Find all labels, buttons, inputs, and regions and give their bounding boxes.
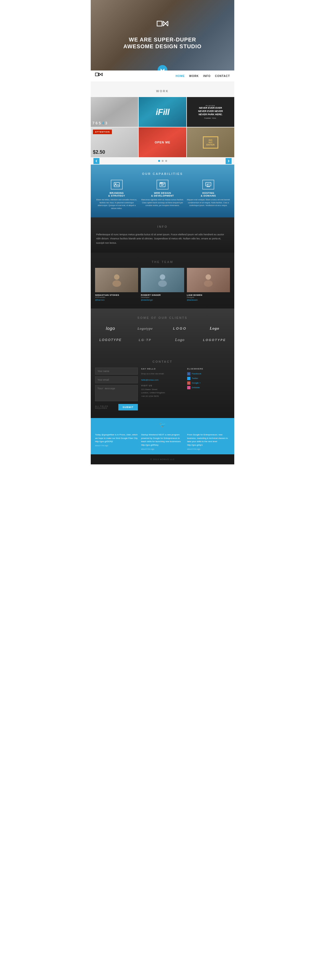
visit-title: VISIT US [141,384,184,387]
clients-grid: logo Logotype LOGO Logo LOGOTYPE LG·TP L… [91,324,234,345]
name-input[interactable] [95,368,138,375]
cap-branding-desc: Etiam nisl tellus, interdum sed convalli… [95,199,138,210]
team-member-3: LIAM BOWEN Designer @liambowen [187,268,230,301]
hero-content: WE ARE SUPER-DUPER AWESOME DESIGN STUDIO [124,21,202,50]
member-twitter-1[interactable]: @tharrmen [95,299,138,301]
person-silhouette [203,273,214,287]
tweet-time-2: about 6 hrs ago [141,448,184,450]
facebook-icon: f [187,372,190,375]
work-item-open[interactable]: OPEN ME [139,127,186,157]
tweet-3: From Google for Entrepreneurs: new busin… [187,433,230,450]
person-silhouette [111,273,122,287]
monitor-icon [205,182,211,187]
client-logo-2: Logotype [128,324,162,333]
nav-home[interactable]: HOME [176,75,185,78]
image-icon [114,182,120,187]
footer-text: © 2013 NONUS LLC [150,458,175,461]
team-member-1: SEBASTIAN STOKES XD/Founder @tharrmen [95,268,138,301]
tweet-text-2: Startup Weekend NEXT: a new program powe… [141,433,184,447]
email-input[interactable] [95,376,138,383]
say-hello-title: SAY HELLO [141,368,184,370]
say-hello-column: SAY HELLO Drop us a line via email: hell… [141,368,184,410]
client-name-4: Logo [209,326,219,331]
visit-address: 221 Baker StreetLondon, United Kingdom+4… [141,388,184,398]
submit-button[interactable]: SUBMIT [118,404,138,410]
clients-title: SOME OF OUR CLIENTS [91,309,234,324]
work-item-attention[interactable]: ATTENTION $2.50 [91,127,138,157]
googleplus-link[interactable]: g Google + [187,382,230,385]
form-footer: ALL FIELDS REQUIRED SUBMIT [95,404,138,410]
contact-title: CONTACT [91,352,234,368]
svg-rect-10 [114,183,119,187]
hero-section: WE ARE SUPER-DUPER AWESOME DESIGN STUDIO [91,0,234,70]
capabilities-section: OUR CAPABILITIES BRANDING& STRATEGY Etia… [91,165,234,217]
member-twitter-3[interactable]: @liambowen [187,299,230,301]
work-item-sign[interactable]: PLEASE NEVER EVER EVERNEVER EVER NEVERNE… [187,97,234,127]
twitter-bird-icon: 🐦 [159,421,166,428]
hero-title: WE ARE SUPER-DUPER AWESOME DESIGN STUDIO [124,36,202,50]
slider-dot-2[interactable] [162,160,163,162]
slider-controls [91,157,234,165]
sign-text: NEVER EVER EVERNEVER EVER NEVERNEVER PAR… [198,107,223,116]
client-name-6: LG·TP [139,338,151,342]
member-twitter-2[interactable]: @robertsinger [141,299,184,301]
sign-thankyou: THANK YOU. [204,118,217,119]
member-role-1: XD/Founder [95,296,138,298]
svg-point-16 [162,183,163,183]
sign-overlay: PLEASE NEVER EVER EVERNEVER EVER NEVERNE… [187,97,234,127]
tweet-1: Today @googlefiber is in Provo, Utah, wh… [95,433,138,450]
tweet-text-3: From Google for Entrepreneurs: new busin… [187,433,230,447]
dribbble-link[interactable]: ● Dribbble [187,386,230,389]
chevron-down-icon [160,68,165,70]
elsewhere-title: ELSEWHERE [187,368,230,370]
slider-dot-1[interactable] [158,160,160,162]
info-title: INFO [96,217,229,232]
nav-work[interactable]: WORK [189,75,199,78]
dribbble-icon: ● [187,386,190,389]
work-section: WORK 7 6 5 4 3 iFill PLEASE NEVER EVER E… [91,82,234,165]
cap-hosting-desc: Aliquam erat volutpat. Etiam ut arcu vel… [187,199,230,207]
message-input[interactable] [95,385,138,401]
navigation: HOME WORK INFO CONTACT [91,70,234,82]
tweet-time-3: about 8 hrs ago [187,448,230,450]
twitter-icon: ✦ [187,377,190,380]
work-item-graffiti[interactable]: iFill [139,97,186,127]
capabilities-title: OUR CAPABILITIES [91,165,234,180]
browser-icon [160,182,165,187]
team-photo-sebastian [95,268,138,292]
work-item-numbers[interactable]: 7 6 5 4 3 [91,97,138,127]
slider-prev-button[interactable] [94,158,99,164]
member-name-1: SEBASTIAN STOKES [95,294,138,296]
member-name-3: LIAM BOWEN [187,294,230,296]
twitter-link[interactable]: ✦ Twitter [187,377,230,380]
contact-form: ALL FIELDS REQUIRED SUBMIT [95,368,138,410]
svg-point-14 [160,183,161,183]
facebook-link[interactable]: f Facebook [187,372,230,375]
client-name-2: Logotype [138,326,153,331]
team-section: THE TEAM SEBASTIAN STOKES XD/Founder @th… [91,253,234,309]
svg-point-29 [206,274,211,280]
work-title: WORK [91,82,234,97]
dribbble-label: Dribbble [192,386,200,389]
footer: © 2013 NONUS LLC [91,454,234,465]
cap-hosting-title: HOSTING& DOMAINS [187,192,230,197]
svg-point-15 [161,183,162,183]
googleplus-icon: g [187,382,190,385]
cap-webdesign-title: WEB DESIGN& DEVELOPMENT [141,192,184,197]
cap-webdesign: WEB DESIGN& DEVELOPMENT Maecenas egestas… [141,180,184,210]
twitter-feed: Today @googlefiber is in Provo, Utah, wh… [91,429,234,454]
nav-contact[interactable]: CONTACT [215,75,230,78]
twitter-header: 🐦 [91,418,234,429]
svg-point-30 [204,280,212,287]
say-hello-email[interactable]: hello@nonus.com [141,379,159,381]
work-grid: 7 6 5 4 3 iFill PLEASE NEVER EVER EVERNE… [91,97,234,157]
svg-rect-5 [95,73,98,76]
slider-next-button[interactable] [226,158,231,164]
contact-section: CONTACT ALL FIELDS REQUIRED SUBMIT SAY H… [91,352,234,418]
client-logo-1: logo [94,324,127,333]
slider-dot-3[interactable] [165,160,167,162]
all-fields-label: ALL FIELDS REQUIRED [95,405,118,409]
nav-info[interactable]: INFO [203,75,211,78]
work-item-do-not-enter[interactable]: DO NOT ENTER [187,127,234,157]
elsewhere-column: ELSEWHERE f Facebook ✦ Twitter g Google … [187,368,230,410]
